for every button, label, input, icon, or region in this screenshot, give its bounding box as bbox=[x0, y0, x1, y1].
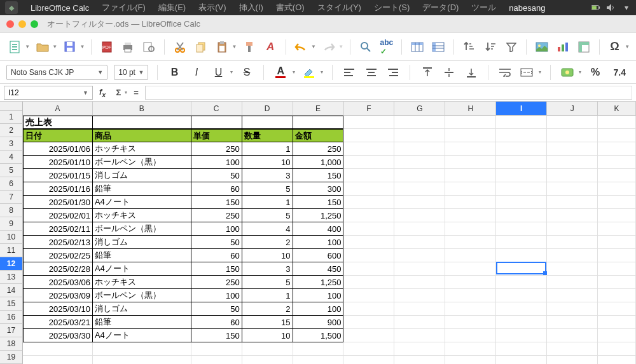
cell[interactable] bbox=[394, 342, 445, 356]
cell[interactable] bbox=[496, 142, 547, 156]
cell[interactable] bbox=[394, 329, 445, 342]
print-preview-icon[interactable] bbox=[141, 38, 158, 56]
row-header-9[interactable]: 9 bbox=[0, 217, 23, 231]
cell[interactable]: 400 bbox=[293, 222, 344, 236]
menu-format[interactable]: 書式(O) bbox=[270, 2, 311, 13]
cell[interactable]: 金額 bbox=[293, 129, 344, 142]
save-file-icon[interactable] bbox=[61, 38, 78, 56]
row-header-12[interactable]: 12 bbox=[0, 257, 23, 271]
cell[interactable]: 100 bbox=[293, 289, 344, 302]
cell[interactable]: 2025/02/28 bbox=[23, 262, 93, 276]
cell[interactable] bbox=[547, 342, 598, 356]
cell[interactable] bbox=[445, 209, 496, 222]
cell[interactable] bbox=[343, 276, 394, 289]
cell[interactable] bbox=[242, 342, 293, 356]
cell[interactable] bbox=[343, 156, 394, 169]
cell[interactable] bbox=[445, 302, 496, 316]
cell[interactable]: 1,000 bbox=[293, 156, 344, 169]
cell[interactable]: 売上表 bbox=[23, 116, 93, 129]
cell[interactable] bbox=[93, 356, 191, 364]
cell[interactable]: 250 bbox=[191, 142, 242, 156]
volume-icon[interactable] bbox=[607, 3, 616, 12]
cell[interactable]: A4ノート bbox=[93, 262, 191, 276]
cell[interactable] bbox=[343, 182, 394, 196]
cell[interactable] bbox=[598, 249, 636, 262]
cell[interactable] bbox=[547, 142, 598, 156]
cell[interactable] bbox=[394, 116, 445, 129]
row-header-14[interactable]: 14 bbox=[0, 284, 23, 297]
copy-icon[interactable] bbox=[192, 38, 209, 56]
cell[interactable] bbox=[598, 289, 636, 302]
cell[interactable]: 2025/02/13 bbox=[23, 236, 93, 249]
cell[interactable] bbox=[191, 356, 242, 364]
cell[interactable] bbox=[343, 342, 394, 356]
row-header-7[interactable]: 7 bbox=[0, 191, 23, 204]
column-header-D[interactable]: D bbox=[242, 102, 293, 116]
cell[interactable]: 60 bbox=[191, 182, 242, 196]
menu-edit[interactable]: 編集(E) bbox=[152, 2, 192, 13]
cell[interactable] bbox=[547, 129, 598, 142]
row-header-18[interactable]: 18 bbox=[0, 337, 23, 351]
cell[interactable]: 2025/03/06 bbox=[23, 276, 93, 289]
cell[interactable]: 15 bbox=[242, 316, 293, 329]
cell[interactable] bbox=[598, 236, 636, 249]
cell[interactable]: 50 bbox=[191, 302, 242, 316]
cell[interactable]: 日付 bbox=[23, 129, 93, 142]
cell[interactable] bbox=[547, 289, 598, 302]
column-header-K[interactable]: K bbox=[598, 102, 636, 116]
cell[interactable]: ボールペン（黒） bbox=[93, 222, 191, 236]
cell[interactable] bbox=[496, 116, 547, 129]
row-header-3[interactable]: 3 bbox=[0, 137, 23, 151]
cell[interactable] bbox=[445, 289, 496, 302]
cell[interactable] bbox=[547, 116, 598, 129]
align-bottom-icon[interactable] bbox=[463, 64, 478, 81]
cell[interactable]: 250 bbox=[293, 142, 344, 156]
cell[interactable]: 1 bbox=[242, 289, 293, 302]
print-icon[interactable] bbox=[120, 38, 137, 56]
cell[interactable]: 100 bbox=[191, 156, 242, 169]
cell[interactable] bbox=[496, 342, 547, 356]
cell[interactable]: ホッチキス bbox=[93, 142, 191, 156]
column-header-A[interactable]: A bbox=[23, 102, 93, 116]
cell[interactable] bbox=[191, 342, 242, 356]
font-color-button[interactable]: A bbox=[273, 64, 288, 81]
cell[interactable] bbox=[242, 356, 293, 364]
cell[interactable] bbox=[191, 116, 242, 129]
font-size-combo[interactable]: 10 pt▼ bbox=[114, 65, 148, 80]
cell[interactable] bbox=[343, 262, 394, 276]
cell[interactable]: 1 bbox=[242, 142, 293, 156]
sort-asc-icon[interactable] bbox=[460, 38, 478, 56]
cell[interactable] bbox=[343, 249, 394, 262]
redo-icon[interactable] bbox=[320, 38, 337, 56]
row-icon[interactable] bbox=[408, 38, 425, 56]
strikethrough-button[interactable]: S bbox=[239, 64, 254, 81]
cell[interactable]: 2025/03/21 bbox=[23, 316, 93, 329]
column-header-E[interactable]: E bbox=[293, 102, 344, 116]
cell[interactable]: 10 bbox=[242, 329, 293, 342]
minimize-window-button[interactable] bbox=[18, 20, 26, 28]
italic-button[interactable]: I bbox=[189, 64, 204, 81]
cell[interactable]: 2 bbox=[242, 236, 293, 249]
cell[interactable] bbox=[496, 129, 547, 142]
cell[interactable]: 150 bbox=[191, 262, 242, 276]
cell[interactable] bbox=[394, 356, 445, 364]
row-header-1[interactable]: 1 bbox=[0, 111, 23, 124]
cell[interactable] bbox=[547, 356, 598, 364]
sort-desc-icon[interactable] bbox=[481, 38, 499, 56]
cell[interactable]: 50 bbox=[191, 169, 242, 182]
merge-cells-icon[interactable] bbox=[519, 64, 534, 81]
cell[interactable]: 2025/01/06 bbox=[23, 142, 93, 156]
bold-button[interactable]: B bbox=[167, 64, 182, 81]
align-left-icon[interactable] bbox=[342, 64, 357, 81]
currency-icon[interactable] bbox=[559, 64, 574, 81]
cell[interactable] bbox=[394, 156, 445, 169]
cell[interactable]: 2 bbox=[242, 302, 293, 316]
cell[interactable] bbox=[343, 129, 394, 142]
cell[interactable] bbox=[547, 209, 598, 222]
cell[interactable]: A4ノート bbox=[93, 329, 191, 342]
cell[interactable]: 60 bbox=[191, 249, 242, 262]
cell[interactable] bbox=[547, 262, 598, 276]
align-middle-icon[interactable] bbox=[441, 64, 457, 81]
paste-icon[interactable] bbox=[213, 38, 230, 56]
cell[interactable] bbox=[496, 289, 547, 302]
